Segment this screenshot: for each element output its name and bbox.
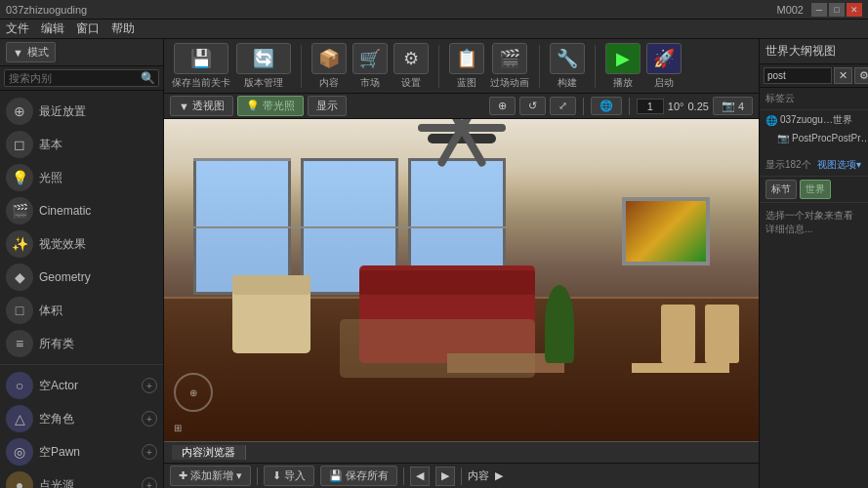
launch-label: 启动 [654,76,674,90]
nav-back-button[interactable]: ◀ [410,467,430,486]
maximize-button[interactable]: □ [829,3,845,17]
compass-widget[interactable]: ⊕ [174,373,213,412]
point-light-add[interactable]: + [142,477,157,488]
corner-add[interactable]: + [142,411,157,427]
path-arrow: ▶ [495,469,503,482]
minimize-button[interactable]: ─ [811,3,827,17]
world-outline-title: 世界大纲视图 [765,44,836,58]
lighting-mode-button[interactable]: 💡 带光照 [237,96,304,116]
grid-value-label [637,99,664,114]
save-all-button[interactable]: 💾 保存所有 [320,466,397,486]
actor-empty-pawn[interactable]: ◎ 空Pawn + [0,435,163,468]
cat-recent-icon: ⊕ [6,98,33,125]
version-button[interactable]: 🔄 [236,43,291,74]
actor-empty-actor[interactable]: ○ 空Actor + [0,369,163,402]
toolbar-sep-1 [301,45,302,88]
add-new-button[interactable]: ✚ 添加新增 ▾ [170,466,251,486]
tab-node[interactable]: 标节 [765,180,797,199]
viewport[interactable]: ⊕ ⊞ 关卡: 037zhizuoguding（永久性） [164,119,759,441]
close-button[interactable]: ✕ [847,3,862,17]
wall-painting [622,197,710,265]
rotate-button[interactable]: ↺ [519,97,546,115]
rug [340,319,535,378]
titlebar: 037zhizuoguding M002 ─ □ ✕ [0,0,868,20]
settings-button[interactable]: ⚙ [393,43,429,74]
actor-point-light[interactable]: ● 点光源 + [0,468,163,488]
menu-window[interactable]: 窗口 [76,20,100,37]
empty-actor-label: 空Actor [39,378,136,394]
search-input[interactable] [4,69,159,87]
world-local-button[interactable]: 🌐 [591,97,622,115]
content-browser-tab[interactable]: 内容浏览器 [164,441,759,463]
cat-vfx[interactable]: ✨ 视觉效果 [0,227,163,261]
menu-edit[interactable]: 编辑 [41,20,64,37]
empty-actor-add[interactable]: + [142,378,157,393]
blueprint-button[interactable]: 📋 [449,43,484,74]
toolbar-version-group: 🔄 版本管理 [236,43,291,90]
show-button[interactable]: 显示 [308,96,347,116]
right-panel: 世界大纲视图 ✕ ⚙ 标签云 🌐 037zuogu…世界 📷 PostProcP… [759,39,868,488]
camera-speed-button[interactable]: 📷 4 [713,97,753,115]
save-button[interactable]: 💾 [174,43,228,74]
cat-lighting[interactable]: 💡 光照 [0,161,163,194]
empty-pawn-add[interactable]: + [142,444,157,460]
detail-info: 选择一个对象来查看详细信息... [760,203,868,488]
viewport-right-controls: ⊕ ↺ ⤢ 🌐 10° 0.25 📷 4 [489,97,753,115]
toolbar-play-group: ▶ 播放 [605,43,641,90]
translate-button[interactable]: ⊕ [489,97,516,115]
toolbar-sep-2 [438,45,439,88]
toolbar-content-group: 📦 内容 [311,43,347,90]
empty-actor-icon: ○ [6,372,33,399]
view-options-label[interactable]: 视图选项▾ [817,159,861,170]
window-title: 037zhizuoguding [6,4,776,16]
marketplace-button[interactable]: 🛒 [352,43,388,74]
grid-input[interactable] [637,99,664,114]
spacer [760,146,868,154]
cat-geometry[interactable]: ◆ Geometry [0,261,163,294]
cat-vfx-icon: ✨ [6,230,33,258]
content-area: 💾 保存当前关卡 🔄 版本管理 📦 内容 🛒 市场 ⚙ 设置 � [164,39,759,488]
mode-toggle-icon: ▼ [13,47,23,59]
monitor-id: M002 [776,4,804,16]
cinematic-button[interactable]: 🎬 [492,43,527,74]
world-item-postproc[interactable]: 📷 PostProcPostPr… [760,130,868,146]
detail-info-text: 选择一个对象来查看详细信息... [765,210,853,234]
menu-file[interactable]: 文件 [6,20,29,37]
tab-world[interactable]: 世界 [800,180,831,199]
build-button[interactable]: 🔧 [550,43,585,74]
cat-geometry-icon: ◆ [6,264,33,291]
world-search-close-button[interactable]: ✕ [834,67,852,84]
world-search-input[interactable] [764,67,832,84]
save-all-label: 💾 保存所有 [329,468,389,483]
cat-cinematic[interactable]: 🎬 Cinematic [0,194,163,227]
bottom-sep-3 [461,468,462,485]
launch-button[interactable]: 🚀 [646,43,682,74]
cat-basic[interactable]: ◻ 基本 [0,128,163,161]
toolbar-sep-3 [539,45,540,88]
world-item-world-label: 037zuogu…世界 [780,113,852,127]
scale-button[interactable]: ⤢ [550,97,576,115]
cat-volume[interactable]: □ 体积 [0,294,163,327]
actor-corner[interactable]: △ 空角色 + [0,402,163,435]
play-button[interactable]: ▶ [605,43,641,74]
menu-help[interactable]: 帮助 [111,20,135,37]
main-toolbar: 💾 保存当前关卡 🔄 版本管理 📦 内容 🛒 市场 ⚙ 设置 � [164,39,759,94]
toolbar-cinematic-group: 🎬 过场动画 [490,43,529,90]
nav-forward-button[interactable]: ▶ [435,467,455,486]
cinematic-label: 过场动画 [490,76,529,90]
cat-volume-icon: □ [6,297,33,324]
toolbar-sep-4 [595,45,596,88]
tab-world-label: 世界 [806,183,825,194]
settings-label: 设置 [401,76,421,90]
dining-table [632,363,729,373]
cat-all[interactable]: ≡ 所有类 [0,327,163,360]
cat-recent[interactable]: ⊕ 最近放置 [0,95,163,128]
import-button[interactable]: ⬇ 导入 [264,466,314,486]
perspective-mode-button[interactable]: ▼ 透视图 [170,96,233,116]
world-item-world[interactable]: 🌐 037zuogu…世界 [760,110,868,130]
content-button[interactable]: 📦 [311,43,347,74]
world-search-options-button[interactable]: ⚙ [854,67,868,84]
window-mid-bar [193,226,506,228]
version-label: 版本管理 [244,76,283,90]
mode-toggle[interactable]: ▼ 模式 [6,42,56,62]
